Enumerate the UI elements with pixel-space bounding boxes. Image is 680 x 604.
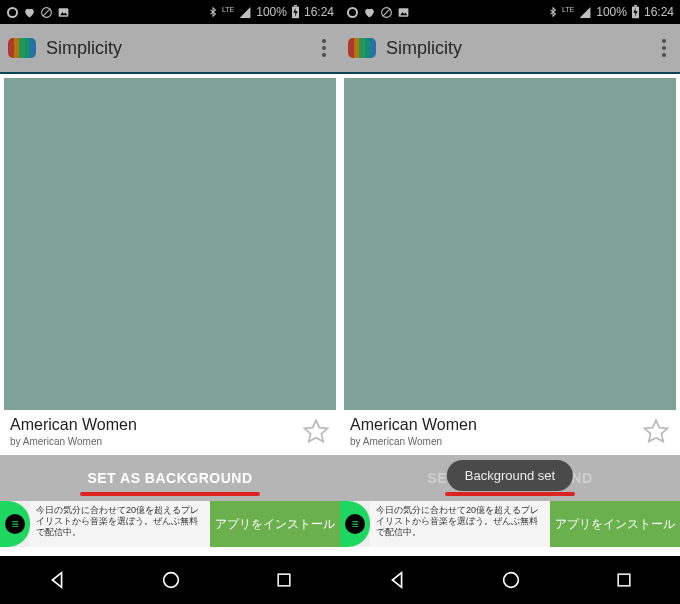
network-label: LTE xyxy=(222,6,234,13)
svg-rect-21 xyxy=(618,574,630,586)
status-right: LTE 100% 16:24 xyxy=(548,5,674,19)
no-sim-icon xyxy=(380,6,393,19)
svg-rect-18 xyxy=(634,5,637,6)
battery-pct: 100% xyxy=(256,5,287,19)
ad-install-button[interactable]: アプリをインストール xyxy=(550,501,680,547)
overflow-menu-button[interactable] xyxy=(656,33,672,63)
bluetooth-icon xyxy=(548,5,558,19)
recents-button[interactable] xyxy=(274,570,294,590)
home-button[interactable] xyxy=(500,569,522,591)
wallpaper-preview[interactable] xyxy=(4,78,336,410)
image-icon xyxy=(397,6,410,19)
clock: 16:24 xyxy=(304,5,334,19)
spotify-icon: ≡ xyxy=(0,501,30,547)
status-left xyxy=(6,6,70,19)
wallpaper-card xyxy=(0,74,340,410)
app-notif-icon xyxy=(6,6,19,19)
image-icon xyxy=(57,6,70,19)
svg-line-3 xyxy=(43,8,51,16)
svg-point-20 xyxy=(504,573,519,588)
app-logo-icon xyxy=(8,38,36,58)
ad-banner[interactable]: ≡ 今日の気分に合わせて20億を超えるプレイリストから音楽を選ぼう。ぜんぶ無料で… xyxy=(0,501,340,547)
android-nav-bar xyxy=(340,556,680,604)
svg-rect-7 xyxy=(294,5,297,6)
annotation-underline xyxy=(445,492,575,496)
overflow-menu-button[interactable] xyxy=(316,33,332,63)
svg-point-9 xyxy=(164,573,179,588)
battery-pct: 100% xyxy=(596,5,627,19)
status-right: LTE 100% 16:24 xyxy=(208,5,334,19)
signal-icon xyxy=(238,6,252,19)
svg-rect-15 xyxy=(399,8,409,17)
signal-icon xyxy=(578,6,592,19)
set-background-button[interactable]: SET AS BACKGROUND Background set xyxy=(340,455,680,501)
annotation-underline xyxy=(80,492,260,496)
set-background-button[interactable]: SET AS BACKGROUND xyxy=(0,455,340,501)
status-bar: LTE 100% 16:24 xyxy=(0,0,340,24)
app-title: Simplicity xyxy=(386,38,646,59)
back-button[interactable] xyxy=(46,569,68,591)
clock: 16:24 xyxy=(644,5,674,19)
ad-text: 今日の気分に合わせて20億を超えるプレイリストから音楽を選ぼう。ぜんぶ無料で配信… xyxy=(30,501,210,547)
svg-rect-10 xyxy=(278,574,290,586)
svg-point-12 xyxy=(349,9,356,16)
network-label: LTE xyxy=(562,6,574,13)
svg-point-1 xyxy=(9,9,16,16)
wallpaper-byline: by American Women xyxy=(10,436,302,447)
screenshot-left: LTE 100% 16:24 Simplicity American Women… xyxy=(0,0,340,604)
wallpaper-title: American Women xyxy=(350,416,642,434)
favorite-button[interactable] xyxy=(642,418,670,446)
heart-icon xyxy=(363,6,376,19)
ad-install-button[interactable]: アプリをインストール xyxy=(210,501,340,547)
ad-text: 今日の気分に合わせて20億を超えるプレイリストから音楽を選ぼう。ぜんぶ無料で配信… xyxy=(370,501,550,547)
wallpaper-preview[interactable] xyxy=(344,78,676,410)
battery-charging-icon xyxy=(631,5,640,19)
heart-icon xyxy=(23,6,36,19)
wallpaper-title: American Women xyxy=(10,416,302,434)
favorite-button[interactable] xyxy=(302,418,330,446)
home-button[interactable] xyxy=(160,569,182,591)
app-bar: Simplicity xyxy=(340,24,680,74)
bluetooth-icon xyxy=(208,5,218,19)
svg-line-14 xyxy=(383,8,391,16)
android-nav-bar xyxy=(0,556,340,604)
back-button[interactable] xyxy=(386,569,408,591)
wallpaper-meta: American Women by American Women xyxy=(0,410,340,455)
wallpaper-meta: American Women by American Women xyxy=(340,410,680,455)
wallpaper-card xyxy=(340,74,680,410)
app-logo-icon xyxy=(348,38,376,58)
screenshot-right: LTE 100% 16:24 Simplicity American Women… xyxy=(340,0,680,604)
app-title: Simplicity xyxy=(46,38,306,59)
toast-text: Background set xyxy=(465,468,555,483)
ad-banner[interactable]: ≡ 今日の気分に合わせて20億を超えるプレイリストから音楽を選ぼう。ぜんぶ無料で… xyxy=(340,501,680,547)
status-left xyxy=(346,6,410,19)
app-bar: Simplicity xyxy=(0,24,340,74)
battery-charging-icon xyxy=(291,5,300,19)
no-sim-icon xyxy=(40,6,53,19)
toast: Background set xyxy=(447,460,573,491)
svg-rect-4 xyxy=(59,8,69,17)
wallpaper-byline: by American Women xyxy=(350,436,642,447)
set-background-label: SET AS BACKGROUND xyxy=(87,470,252,486)
spotify-icon: ≡ xyxy=(340,501,370,547)
recents-button[interactable] xyxy=(614,570,634,590)
app-notif-icon xyxy=(346,6,359,19)
status-bar: LTE 100% 16:24 xyxy=(340,0,680,24)
